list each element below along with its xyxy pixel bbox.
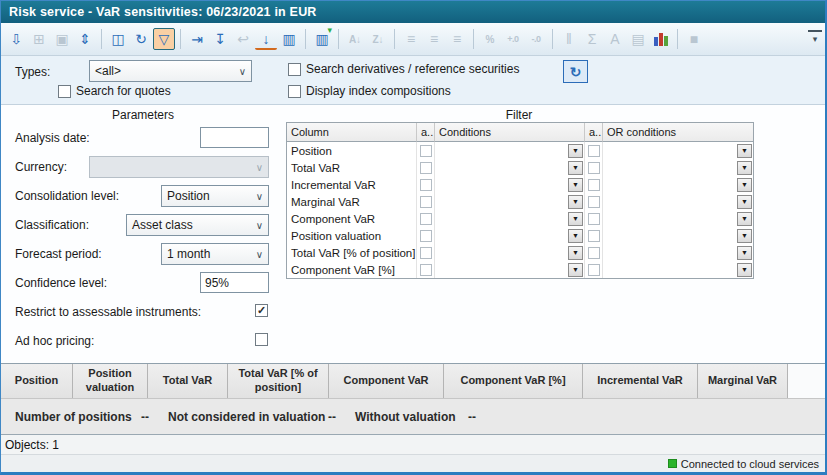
filter-conditions-cell[interactable]: ▼: [435, 261, 585, 278]
dropdown-arrow-icon[interactable]: ▼: [737, 144, 752, 158]
filter-or-checkbox[interactable]: [585, 176, 603, 193]
results-column-component-var[interactable]: Component VaR: [329, 364, 444, 398]
dropdown-arrow-icon[interactable]: ▼: [737, 195, 752, 209]
filter-and-checkbox[interactable]: [417, 142, 435, 159]
filter-header-column[interactable]: Column: [287, 123, 417, 142]
dropdown-arrow-icon[interactable]: ▼: [737, 212, 752, 226]
analysis-date-label: Analysis date:: [15, 131, 90, 145]
analysis-date-input[interactable]: [200, 127, 269, 148]
filter-or-checkbox[interactable]: [585, 261, 603, 278]
filter-and-checkbox[interactable]: [417, 159, 435, 176]
filter-header-and2[interactable]: a..: [585, 123, 603, 142]
filter-conditions-cell[interactable]: ▼: [435, 159, 585, 176]
search-panel: Types: <all> ∨ Search derivatives / refe…: [1, 56, 825, 105]
dropdown-arrow-icon[interactable]: ▼: [737, 246, 752, 260]
filter-row-label: Total VaR: [287, 159, 417, 176]
currency-select: ∨: [89, 156, 269, 178]
forecast-period-select[interactable]: 1 month ∨: [161, 243, 269, 265]
filter-and-checkbox[interactable]: [417, 210, 435, 227]
filter-or-checkbox[interactable]: [585, 244, 603, 261]
fit-height-icon[interactable]: ⇕: [74, 28, 96, 50]
dropdown-arrow-icon[interactable]: ▼: [568, 144, 583, 158]
filter-and-checkbox[interactable]: [417, 227, 435, 244]
chart-icon[interactable]: [650, 28, 672, 50]
classification-select[interactable]: Asset class ∨: [126, 214, 269, 236]
filter-or-conditions-cell[interactable]: ▼: [603, 193, 753, 210]
filter-or-conditions-cell[interactable]: ▼: [603, 142, 753, 159]
filter-header-and[interactable]: a..: [417, 123, 435, 142]
filter-conditions-cell[interactable]: ▼: [435, 227, 585, 244]
filter-or-checkbox[interactable]: [585, 159, 603, 176]
dropdown-arrow-icon[interactable]: ▼: [568, 195, 583, 209]
results-column-total-var-pct[interactable]: Total VaR [% of position]: [228, 364, 329, 398]
results-column-total-var[interactable]: Total VaR: [148, 364, 228, 398]
dropdown-arrow-icon[interactable]: ▼: [737, 263, 752, 277]
dropdown-arrow-icon[interactable]: ▼: [568, 178, 583, 192]
dropdown-arrow-icon[interactable]: ▼: [568, 263, 583, 277]
subtotal-icon[interactable]: ↓: [255, 30, 277, 50]
confidence-level-label: Confidence level:: [15, 276, 107, 290]
column-selection-icon[interactable]: ▥: [311, 28, 333, 50]
toolbar-separator: [180, 29, 181, 49]
filter-icon[interactable]: ▽: [153, 28, 175, 50]
objects-row: Objects: 1: [1, 434, 825, 455]
filter-or-conditions-cell[interactable]: ▼: [603, 210, 753, 227]
load-data-icon[interactable]: ⇩: [5, 28, 27, 50]
filter-header-or-conditions[interactable]: OR conditions: [603, 123, 753, 142]
filter-conditions-cell[interactable]: ▼: [435, 244, 585, 261]
consolidation-level-select[interactable]: Position ∨: [161, 185, 269, 207]
filter-or-checkbox[interactable]: [585, 193, 603, 210]
display-index-checkbox[interactable]: Display index compositions: [288, 84, 451, 98]
chart-columns-icon: ▤: [627, 28, 649, 50]
filter-row-label: Position valuation: [287, 227, 417, 244]
dropdown-arrow-icon[interactable]: ▼: [737, 161, 752, 175]
types-select[interactable]: <all> ∨: [89, 60, 252, 82]
filter-or-conditions-cell[interactable]: ▼: [603, 261, 753, 278]
filter-or-conditions-cell[interactable]: ▼: [603, 159, 753, 176]
adhoc-pricing-checkbox[interactable]: [255, 333, 268, 346]
chart-values-icon[interactable]: ▥: [278, 28, 300, 50]
results-column-marginal-var[interactable]: Marginal VaR: [698, 364, 788, 398]
results-column-position-valuation[interactable]: Position valuation: [73, 364, 148, 398]
filter-or-conditions-cell[interactable]: ▼: [603, 176, 753, 193]
filter-or-conditions-cell[interactable]: ▼: [603, 244, 753, 261]
filter-or-checkbox[interactable]: [585, 210, 603, 227]
restrict-instruments-checkbox[interactable]: ✓: [255, 304, 268, 317]
search-quotes-checkbox[interactable]: Search for quotes: [58, 84, 171, 98]
filter-or-checkbox[interactable]: [585, 227, 603, 244]
filter-and-checkbox[interactable]: [417, 261, 435, 278]
results-column-incremental-var[interactable]: Incremental VaR: [583, 364, 698, 398]
search-derivatives-checkbox[interactable]: Search derivatives / reference securitie…: [288, 62, 519, 76]
toolbar-overflow-icon[interactable]: ▾: [808, 30, 822, 48]
dropdown-arrow-icon[interactable]: ▼: [737, 229, 752, 243]
dropdown-arrow-icon[interactable]: ▼: [568, 212, 583, 226]
refresh-search-button[interactable]: ↻: [563, 60, 588, 83]
filter-or-checkbox[interactable]: [585, 142, 603, 159]
refresh-icon[interactable]: ↻: [130, 28, 152, 50]
toolbar-separator: [101, 29, 102, 49]
insert-column-right-icon[interactable]: ⇥: [186, 28, 208, 50]
toolbar-separator: [552, 29, 553, 49]
filter-conditions-cell[interactable]: ▼: [435, 193, 585, 210]
filter-or-conditions-cell[interactable]: ▼: [603, 227, 753, 244]
new-window-icon[interactable]: ◫: [107, 28, 129, 50]
dropdown-arrow-icon[interactable]: ▼: [568, 229, 583, 243]
filter-header-conditions[interactable]: Conditions: [435, 123, 585, 142]
confidence-level-input[interactable]: [200, 272, 269, 293]
filter-conditions-cell[interactable]: ▼: [435, 142, 585, 159]
types-select-value: <all>: [95, 64, 121, 78]
checkbox-box: [588, 230, 600, 242]
results-column-component-var-pct[interactable]: Component VaR [%]: [444, 364, 583, 398]
results-column-position[interactable]: Position: [1, 364, 73, 398]
dropdown-arrow-icon[interactable]: ▼: [737, 178, 752, 192]
filter-and-checkbox[interactable]: [417, 176, 435, 193]
chart-icon-graphic: [653, 31, 669, 47]
filter-and-checkbox[interactable]: [417, 244, 435, 261]
dropdown-arrow-icon[interactable]: ▼: [568, 246, 583, 260]
percent-format-icon: %: [479, 28, 501, 50]
filter-and-checkbox[interactable]: [417, 193, 435, 210]
filter-conditions-cell[interactable]: ▼: [435, 210, 585, 227]
dropdown-arrow-icon[interactable]: ▼: [568, 161, 583, 175]
filter-conditions-cell[interactable]: ▼: [435, 176, 585, 193]
insert-row-below-icon[interactable]: ↧: [209, 28, 231, 50]
